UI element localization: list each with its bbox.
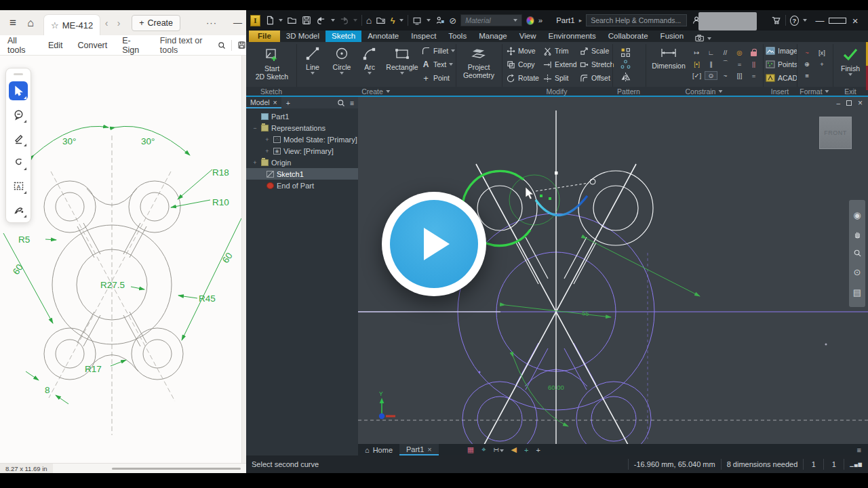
doc-restore-icon[interactable] (846, 100, 852, 106)
text-tool-button[interactable]: A Text (421, 58, 455, 71)
overflow-menu-icon[interactable]: ··· (206, 18, 217, 28)
tab-manage[interactable]: Manage (473, 30, 513, 42)
chevron-down-icon[interactable] (427, 19, 431, 22)
menu-edit[interactable]: Edit (41, 41, 71, 50)
centerline-icon[interactable]: ⊕ (804, 60, 810, 68)
menu-esign[interactable]: E-Sign (115, 36, 152, 55)
panel-label-modify[interactable]: Modify (547, 87, 568, 96)
tab-inspect[interactable]: Inspect (405, 30, 442, 42)
caret-right-icon[interactable]: ▸ (579, 17, 583, 24)
tangent-active-icon[interactable]: ⊙ (705, 71, 717, 80)
line-tool-button[interactable]: Line (299, 43, 326, 86)
tree-item-model-state[interactable]: + ∴ Model State: [Primary] (246, 134, 358, 145)
panel-label-constrain[interactable]: Constrain (686, 87, 723, 96)
finish-sketch-button[interactable]: Finish (835, 43, 866, 86)
browser-tab-model[interactable]: Model × (246, 97, 281, 108)
copy-button[interactable]: Copy (507, 58, 539, 71)
tree-item-origin[interactable]: + Origin (246, 157, 358, 168)
doc-close-icon[interactable]: × (858, 98, 863, 108)
browser-menu-icon[interactable]: ≡ (350, 99, 354, 107)
dimension-display-icon[interactable]: ∺ (493, 445, 503, 454)
save-icon[interactable] (237, 40, 246, 50)
fix-icon[interactable]: [•] (694, 60, 700, 68)
tree-item-representations[interactable]: − Representations (246, 122, 358, 134)
insert-points-button[interactable]: Points (766, 58, 797, 71)
close-icon[interactable]: × (427, 445, 431, 453)
rectangular-pattern-icon[interactable] (620, 47, 631, 58)
prev-tab-icon[interactable]: ‹ (100, 18, 113, 28)
equal-icon[interactable]: = (738, 60, 742, 68)
undo-icon[interactable] (316, 14, 326, 26)
panel-label-create[interactable]: Create (361, 87, 390, 96)
orbit-icon[interactable]: ⊙ (854, 267, 861, 277)
tree-item-end-of-part[interactable]: End of Part (246, 180, 358, 191)
fillet-tool-button[interactable]: Fillet (421, 44, 455, 58)
open-from-vault-icon[interactable] (376, 14, 386, 26)
tree-item-view[interactable]: + ◉ View: [Primary] (246, 145, 358, 157)
extend-button[interactable]: Extend (543, 58, 577, 71)
center-point-icon[interactable]: + (820, 60, 824, 68)
save-icon[interactable] (302, 14, 312, 26)
tab-tools[interactable]: Tools (442, 30, 473, 42)
menu-all-tools[interactable]: All tools (0, 36, 41, 55)
symmetric-icon[interactable]: [|] (737, 72, 743, 79)
precise-input-icon[interactable]: + (536, 446, 540, 454)
quick-launch-icon[interactable]: ϟ (391, 16, 395, 26)
panel-label-insert[interactable]: Insert (771, 87, 789, 96)
star-icon[interactable]: ☆ (51, 20, 59, 30)
find-tools-button[interactable]: Find text or tools (160, 36, 226, 55)
degrees-of-freedom-icon[interactable]: + (524, 446, 528, 454)
dimension-button[interactable]: Dimension (649, 43, 688, 86)
tree-item-sketch1[interactable]: Sketch1 (246, 168, 358, 180)
comment-tool-button[interactable] (9, 105, 28, 124)
new-file-icon[interactable] (264, 14, 275, 26)
edit-tool-button[interactable] (9, 129, 28, 148)
smooth-icon[interactable]: ~ (724, 72, 728, 79)
circular-pattern-icon[interactable] (620, 60, 631, 70)
constraint-settings-icon[interactable]: [✓] (692, 72, 701, 79)
tab-fusion[interactable]: Fusion (654, 30, 690, 42)
auto-dimension-icon[interactable]: ↦ (694, 49, 700, 56)
vertical-scrollbar[interactable] (241, 56, 246, 463)
pan-hand-icon[interactable] (853, 230, 862, 239)
doctab-menu-icon[interactable]: ≡ (857, 446, 868, 454)
tab-file[interactable]: File (249, 30, 280, 42)
expand-icon[interactable]: + (264, 136, 271, 143)
insert-image-button[interactable]: Image (766, 44, 797, 58)
document-tab[interactable]: ☆ ME-412 (43, 14, 100, 35)
panel-label-format[interactable]: Format (800, 87, 829, 96)
next-tab-icon[interactable]: › (113, 18, 125, 28)
tab-collaborate[interactable]: Collaborate (602, 30, 654, 42)
vertical-icon[interactable]: || (752, 60, 755, 68)
create-button[interactable]: + Create (132, 15, 180, 31)
collapse-icon[interactable]: − (252, 125, 258, 131)
presentation-icon[interactable] (435, 14, 445, 26)
material-dropdown[interactable]: Material (460, 14, 522, 26)
grid-snap-icon[interactable]: ▦ (467, 445, 474, 454)
sketch-only-icon[interactable]: ≡ (805, 72, 809, 79)
tab-sketch[interactable]: Sketch (326, 30, 361, 42)
performance-graph-icon[interactable]: ▁▄▆ (844, 459, 868, 470)
help-search-input[interactable] (586, 14, 687, 26)
panel-label-exit[interactable]: Exit (844, 87, 856, 96)
panel-label-pattern[interactable]: Pattern (617, 87, 640, 96)
mirror-icon[interactable] (620, 72, 631, 82)
video-play-overlay[interactable] (382, 192, 486, 296)
redo-icon[interactable] (339, 14, 349, 26)
project-geometry-button[interactable]: Project Geometry (458, 43, 500, 86)
stretch-button[interactable]: Stretch (580, 58, 614, 71)
home-icon[interactable]: ⌂ (22, 14, 39, 32)
appearance-wheel-icon[interactable] (526, 16, 534, 25)
chevron-down-icon[interactable] (803, 19, 807, 22)
tab-environments[interactable]: Environments (542, 30, 601, 42)
tab-part1[interactable]: Part1 × (399, 444, 439, 455)
look-at-icon[interactable]: ▤ (853, 287, 861, 298)
tab-view[interactable]: View (513, 30, 542, 42)
tangent-icon[interactable]: ⌒ (722, 60, 729, 68)
navigation-wheel-icon[interactable]: ◉ (853, 210, 861, 220)
arc-tool-button[interactable]: Arc (357, 43, 382, 86)
draw-tool-button[interactable] (9, 152, 28, 171)
point-tool-button[interactable]: + Point (421, 71, 455, 85)
no-materials-icon[interactable]: ⊘ (449, 16, 456, 26)
concentric-icon[interactable]: ◎ (736, 49, 742, 56)
